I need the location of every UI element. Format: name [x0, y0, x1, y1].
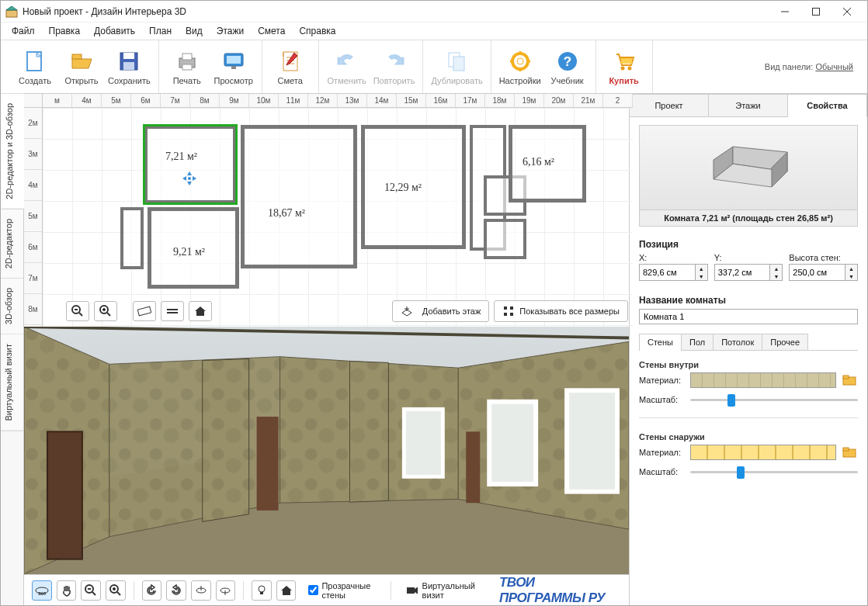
zoom-in-3d-button[interactable]: [106, 580, 126, 601]
orbit-button[interactable]: 360: [32, 580, 52, 601]
room[interactable]: [120, 207, 144, 269]
svg-rect-75: [466, 431, 480, 503]
maximize-button[interactable]: [800, 2, 832, 21]
menu-help[interactable]: Справка: [293, 24, 342, 38]
menu-plan[interactable]: План: [143, 24, 178, 38]
close-button[interactable]: [832, 2, 863, 21]
svg-line-84: [117, 592, 120, 595]
vtab-mixed[interactable]: 2D-редактор и 3D-обзор: [1, 94, 24, 210]
room-selected[interactable]: [144, 125, 237, 204]
zoom-in-button[interactable]: [94, 301, 117, 321]
estimate-button[interactable]: Смета: [269, 46, 312, 88]
transparent-walls-checkbox[interactable]: Прозрачные стены: [308, 581, 383, 600]
svg-rect-14: [182, 64, 192, 70]
walls-outside-header: Стены снаружи: [639, 432, 858, 442]
menu-edit[interactable]: Правка: [43, 24, 87, 38]
panel-mode: Вид панели: Обычный: [765, 62, 861, 71]
zoom-out-3d-button[interactable]: [81, 580, 101, 601]
minimize-button[interactable]: [769, 2, 800, 21]
svg-rect-8: [72, 54, 82, 59]
panel-mode-link[interactable]: Обычный: [815, 62, 853, 71]
tutorial-button[interactable]: ?Учебник: [546, 46, 589, 88]
room-preview: [639, 125, 858, 210]
lights-button[interactable]: [252, 580, 272, 601]
svg-rect-34: [621, 58, 632, 64]
create-button[interactable]: Создать: [13, 46, 57, 88]
vtab-editor[interactable]: 2D-редактор: [1, 210, 23, 279]
room[interactable]: [484, 219, 526, 259]
redo-button[interactable]: Повторить: [372, 46, 417, 88]
menu-view[interactable]: Вид: [179, 24, 209, 38]
menu-add[interactable]: Добавить: [88, 24, 141, 38]
tilt-up-button[interactable]: [191, 580, 211, 601]
room-name-input[interactable]: [639, 309, 858, 324]
x-input[interactable]: ▲▼: [639, 264, 708, 281]
svg-rect-11: [123, 62, 134, 70]
subtab-other[interactable]: Прочее: [762, 334, 808, 350]
3d-viewport[interactable]: [24, 327, 629, 574]
rotate-right-button[interactable]: [166, 580, 186, 601]
svg-point-39: [188, 177, 191, 180]
grid-button[interactable]: [161, 301, 184, 321]
browse-material-inside[interactable]: [841, 372, 858, 388]
svg-rect-55: [504, 313, 507, 316]
y-input[interactable]: ▲▼: [714, 264, 783, 281]
svg-text:?: ?: [563, 54, 571, 69]
scale-outside-slider[interactable]: [690, 465, 858, 479]
virtual-visit-button[interactable]: Виртуальный визит: [399, 580, 495, 601]
material-inside-swatch[interactable]: [690, 372, 836, 388]
ruler-vertical: 2м3м4м5м6м7м8м: [24, 108, 43, 327]
rtab-floors[interactable]: Этажи: [709, 94, 788, 116]
svg-marker-89: [281, 586, 292, 595]
menu-floors[interactable]: Этажи: [210, 24, 250, 38]
rotate-left-button[interactable]: [142, 580, 162, 601]
svg-line-46: [107, 313, 110, 316]
save-button[interactable]: Сохранить: [106, 46, 152, 88]
tilt-down-button[interactable]: [216, 580, 236, 601]
svg-rect-97: [843, 376, 849, 379]
room-name-header: Название комнаты: [639, 295, 858, 306]
home-3d-button[interactable]: [276, 580, 297, 601]
rtab-properties[interactable]: Свойства: [788, 94, 867, 117]
app-icon: [5, 5, 18, 18]
svg-rect-13: [182, 54, 192, 60]
preview-button[interactable]: Просмотр: [212, 46, 255, 88]
room[interactable]: [241, 125, 357, 268]
open-button[interactable]: Открыть: [60, 46, 103, 88]
home-button[interactable]: [189, 301, 212, 321]
menu-estimate[interactable]: Смета: [252, 24, 291, 38]
floor-plan-canvas[interactable]: 7,21 м² 18,67 м² 12,29 м² 6,16 м² 9,21 м…: [43, 108, 633, 327]
scale-inside-slider[interactable]: [690, 393, 858, 407]
svg-marker-36: [187, 182, 192, 185]
subtab-walls[interactable]: Стены: [639, 334, 682, 350]
settings-button[interactable]: Настройки: [498, 46, 543, 88]
material-outside-swatch[interactable]: [690, 445, 836, 460]
svg-rect-53: [504, 306, 507, 310]
undo-button[interactable]: Отменить: [325, 46, 369, 88]
svg-marker-35: [187, 171, 192, 175]
vtab-virtual[interactable]: Виртуальный визит: [1, 334, 23, 431]
svg-point-32: [620, 66, 624, 70]
svg-rect-72: [567, 390, 617, 492]
rtab-project[interactable]: Проект: [630, 94, 709, 116]
subtab-ceiling[interactable]: Потолок: [713, 334, 762, 350]
show-sizes-button[interactable]: Показывать все размеры: [494, 300, 628, 322]
buy-button[interactable]: Купить: [602, 46, 646, 88]
svg-rect-23: [453, 57, 464, 71]
add-floor-button[interactable]: Добавить этаж: [392, 300, 489, 322]
svg-marker-50: [195, 306, 206, 316]
pan-button[interactable]: [57, 580, 77, 601]
svg-rect-90: [407, 587, 415, 594]
zoom-out-button[interactable]: [66, 301, 89, 321]
subtab-floor[interactable]: Пол: [681, 334, 713, 350]
svg-marker-91: [415, 587, 417, 594]
print-button[interactable]: Печать: [165, 46, 209, 88]
vtab-view3d[interactable]: 3D-обзор: [1, 279, 23, 334]
height-input[interactable]: ▲▼: [789, 264, 858, 281]
svg-point-25: [517, 58, 523, 64]
duplicate-button[interactable]: Дублировать: [429, 46, 484, 88]
measure-button[interactable]: [133, 301, 156, 321]
menu-file[interactable]: Файл: [5, 24, 41, 38]
browse-material-outside[interactable]: [841, 445, 858, 460]
svg-marker-68: [203, 359, 249, 522]
